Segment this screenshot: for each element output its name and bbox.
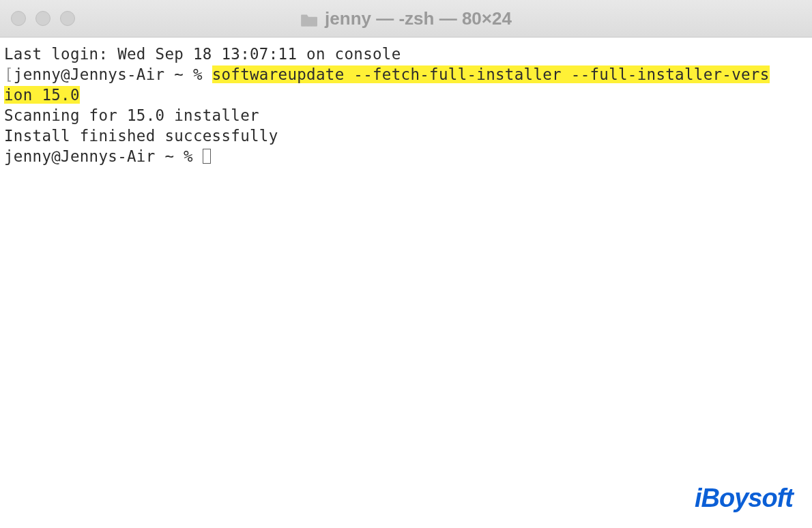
highlighted-command-part2: ion 15.0 bbox=[4, 86, 80, 104]
watermark-logo: iBoysoft bbox=[695, 484, 793, 513]
output-install-finished: Install finished successfully bbox=[4, 127, 278, 145]
folder-icon bbox=[300, 11, 318, 26]
output-scanning: Scanning for 15.0 installer bbox=[4, 106, 259, 124]
window-title: jenny — -zsh — 80×24 bbox=[325, 8, 512, 29]
minimize-button[interactable] bbox=[35, 11, 50, 26]
terminal-cursor bbox=[203, 149, 211, 164]
terminal-output[interactable]: Last login: Wed Sep 18 13:07:11 on conso… bbox=[0, 38, 812, 174]
highlighted-command-part1: softwareupdate --fetch-full-installer --… bbox=[212, 65, 770, 83]
prompt-user-host-2: jenny@Jennys-Air ~ % bbox=[4, 147, 203, 165]
window-titlebar: jenny — -zsh — 80×24 bbox=[0, 0, 812, 38]
window-title-area: jenny — -zsh — 80×24 bbox=[300, 8, 512, 29]
close-button[interactable] bbox=[11, 11, 26, 26]
last-login-line: Last login: Wed Sep 18 13:07:11 on conso… bbox=[4, 45, 401, 63]
maximize-button[interactable] bbox=[60, 11, 75, 26]
prompt-user-host: jenny@Jennys-Air ~ % bbox=[14, 65, 212, 83]
prompt-bracket: [ bbox=[4, 65, 14, 83]
window-controls bbox=[11, 11, 75, 26]
